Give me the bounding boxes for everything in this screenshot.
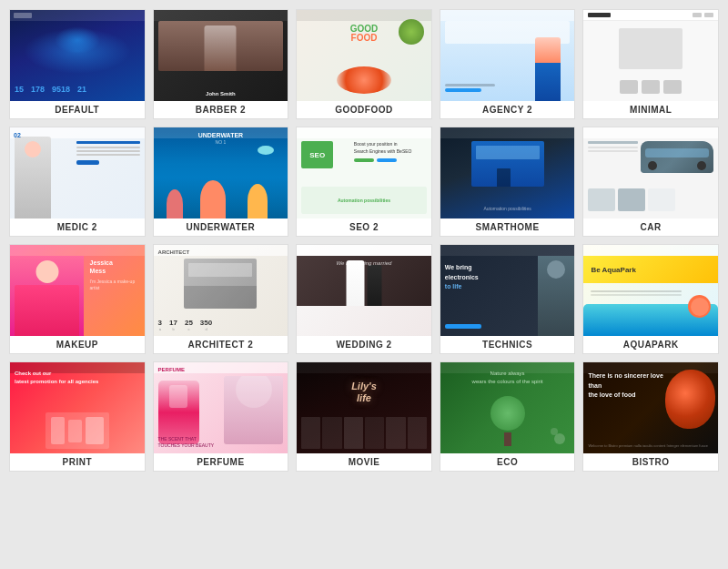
- theme-thumb-underwater: UNDERWATER NO 1: [154, 127, 288, 218]
- theme-thumb-movie: Lily's life: [297, 362, 431, 453]
- theme-item-barber2[interactable]: John Smith BARBER 2: [153, 9, 289, 119]
- theme-label-movie: MOVIE: [297, 453, 431, 471]
- theme-label-aquapark: AQUAPARK: [583, 336, 718, 353]
- theme-label-architect2: ARCHITECT 2: [154, 336, 288, 353]
- theme-label-makeup: MAKEUP: [10, 336, 145, 353]
- theme-label-eco: ECO: [440, 453, 575, 471]
- theme-item-aquapark[interactable]: Be AquaPark AQUAPARK: [582, 244, 719, 354]
- themes-grid: 15 178 9518 21 DEFAULT John Smith BARBER…: [0, 0, 728, 481]
- theme-item-movie[interactable]: Lily's life MOVIE: [296, 361, 432, 472]
- theme-thumb-print: Check out ourlatest promotion for all ag…: [10, 362, 145, 453]
- theme-item-print[interactable]: Check out ourlatest promotion for all ag…: [9, 361, 146, 472]
- theme-item-architect2[interactable]: ARCHITECT 3a 17b 25c 350d ARCHITECT 2: [153, 244, 289, 354]
- theme-item-smarthome[interactable]: Automation possibilities SMARTHOME: [440, 127, 576, 237]
- theme-thumb-minimal: [583, 10, 718, 101]
- theme-thumb-agency2: [440, 10, 575, 101]
- theme-item-agency2[interactable]: AGENCY 2: [440, 9, 576, 119]
- theme-item-car[interactable]: CAR: [582, 127, 719, 237]
- theme-label-smarthome: SMARTHOME: [440, 218, 575, 236]
- theme-label-barber2: BARBER 2: [154, 101, 288, 118]
- theme-item-goodfood[interactable]: GOOD FOOD GOODFOOD: [296, 9, 432, 119]
- theme-item-technics[interactable]: We bring electronics to life TECHNICS: [440, 244, 576, 354]
- theme-label-technics: TECHNICS: [440, 336, 575, 353]
- theme-thumb-technics: We bring electronics to life: [440, 245, 575, 336]
- theme-thumb-car: [583, 127, 718, 218]
- theme-item-default[interactable]: 15 178 9518 21 DEFAULT: [9, 9, 146, 119]
- theme-item-minimal[interactable]: MINIMAL: [582, 9, 719, 119]
- theme-thumb-bistro: There is no sincerer love thanthe love o…: [583, 362, 718, 453]
- theme-label-goodfood: GOODFOOD: [297, 101, 431, 118]
- theme-thumb-perfume: PERFUME THE SCENT THATTOUCHES YOUR BEAUT…: [154, 362, 288, 453]
- theme-label-car: CAR: [583, 218, 718, 236]
- theme-thumb-medic2: 02: [10, 127, 145, 218]
- theme-item-perfume[interactable]: PERFUME THE SCENT THATTOUCHES YOUR BEAUT…: [153, 361, 289, 472]
- theme-item-medic2[interactable]: 02 MEDIC 2: [9, 127, 146, 237]
- theme-thumb-default: 15 178 9518 21: [10, 10, 145, 101]
- theme-item-makeup[interactable]: Jessica Mess I'm Jessica a make-up artis…: [9, 244, 146, 354]
- theme-item-bistro[interactable]: There is no sincerer love thanthe love o…: [582, 361, 719, 472]
- theme-item-seo2[interactable]: SEO Boost your position in Search Engine…: [296, 127, 432, 237]
- theme-label-seo2: SEO 2: [297, 218, 431, 236]
- theme-label-bistro: BISTRO: [583, 453, 718, 471]
- theme-thumb-goodfood: GOOD FOOD: [297, 10, 431, 101]
- theme-label-perfume: PERFUME: [154, 453, 288, 471]
- theme-thumb-aquapark: Be AquaPark: [583, 245, 718, 336]
- theme-item-eco[interactable]: Nature alwayswears the colours of the sp…: [440, 361, 576, 472]
- theme-label-agency2: AGENCY 2: [440, 101, 575, 118]
- theme-thumb-smarthome: Automation possibilities: [440, 127, 575, 218]
- theme-item-wedding2[interactable]: We are getting married WEDDING 2: [296, 244, 432, 354]
- theme-thumb-wedding2: We are getting married: [297, 245, 431, 336]
- theme-thumb-barber2: John Smith: [154, 10, 288, 101]
- theme-label-medic2: MEDIC 2: [10, 218, 145, 236]
- theme-label-minimal: MINIMAL: [583, 101, 718, 118]
- theme-thumb-eco: Nature alwayswears the colours of the sp…: [440, 362, 575, 453]
- theme-label-print: PRINT: [10, 453, 145, 471]
- theme-item-underwater[interactable]: UNDERWATER NO 1 UNDERWATER: [153, 127, 289, 237]
- theme-thumb-architect2: ARCHITECT 3a 17b 25c 350d: [154, 245, 288, 336]
- theme-label-underwater: UNDERWATER: [154, 218, 288, 236]
- theme-thumb-makeup: Jessica Mess I'm Jessica a make-up artis…: [10, 245, 145, 336]
- theme-label-wedding2: WEDDING 2: [297, 336, 431, 353]
- theme-thumb-seo2: SEO Boost your position in Search Engine…: [297, 127, 431, 218]
- theme-label-default: DEFAULT: [10, 101, 145, 118]
